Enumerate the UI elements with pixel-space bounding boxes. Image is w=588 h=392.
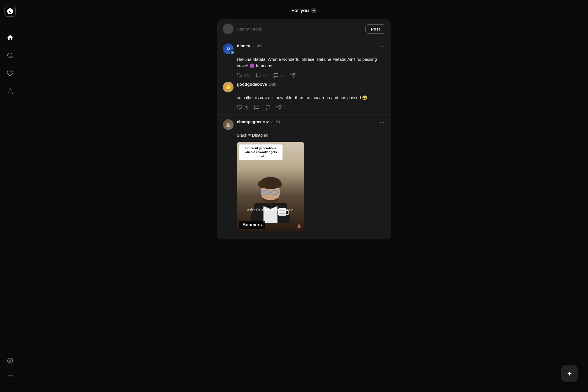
reply-like-btn[interactable]: 70 [237, 104, 248, 110]
sidebar-nav [6, 34, 14, 357]
heart-icon [237, 72, 242, 78]
image-caption-top: Different generations when a coworker ge… [239, 144, 283, 160]
image-boomers-label: Boomers [239, 221, 265, 229]
post-champagnecruz-author-row: champagnecruz ✓ 8h [237, 119, 375, 124]
reply-goodgodabove: 😐 goodgodabove 24m ··· actually this cra… [223, 82, 385, 110]
svg-point-3 [9, 360, 11, 361]
reply-like-count: 70 [244, 105, 248, 109]
post-champagnecruz-image-container: Different generations when a coworker ge… [223, 142, 385, 231]
disney-avatar-badge: + [230, 50, 235, 55]
sidebar-item-activity[interactable] [6, 69, 14, 77]
image-mute-icon[interactable]: 🔇 [297, 224, 301, 228]
feed-container: Start a thread... Post D + disney ✓ 49m … [217, 19, 391, 239]
post-disney-content: Hakuna Matata! What a wonderful phrase! … [223, 56, 385, 69]
reply-goodgodabove-meta: goodgodabove 24m [237, 82, 375, 87]
comment-icon [256, 72, 262, 78]
sidebar-item-menu[interactable] [6, 373, 14, 381]
post-disney: D + disney ✓ 49m ··· Hakuna Matata! What… [217, 39, 391, 115]
champagnecruz-verified-icon: ✓ [270, 119, 274, 124]
page-header: For you [20, 6, 588, 19]
post-champagnecruz-image[interactable]: Different generations when a coworker ge… [237, 142, 304, 231]
post-disney-more[interactable]: ··· [378, 43, 385, 49]
post-champagnecruz-time: 8h [276, 119, 280, 124]
post-champagnecruz-meta: champagnecruz ✓ 8h [237, 119, 375, 124]
sidebar-item-search[interactable] [6, 52, 14, 59]
disney-like-count: 232 [244, 73, 250, 77]
sidebar-item-pin[interactable] [6, 357, 14, 365]
post-champagnecruz: champagnecruz ✓ 8h ··· Slack = Disabled … [217, 115, 391, 240]
sidebar-item-home[interactable] [6, 34, 14, 41]
disney-comment-count: 27 [263, 73, 267, 77]
post-champagnecruz-more[interactable]: ··· [378, 119, 385, 125]
post-champagnecruz-author: champagnecruz [237, 119, 269, 124]
post-disney-actions: 232 27 12 [223, 72, 385, 78]
reply-goodgodabove-time: 24m [269, 82, 276, 87]
reply-comment-btn[interactable] [254, 104, 260, 110]
reply-goodgodabove-author: goodgodabove [237, 82, 267, 87]
disney-share-btn[interactable] [290, 72, 296, 78]
post-champagnecruz-content: Slack = Disabled [223, 132, 385, 139]
reply-goodgodabove-content: actually this craze is now older than th… [223, 95, 385, 101]
post-champagnecruz-header: champagnecruz ✓ 8h ··· [223, 119, 385, 130]
svg-line-1 [11, 57, 13, 58]
post-button[interactable]: Post [365, 24, 385, 34]
comment-icon [254, 104, 260, 110]
sidebar [0, 0, 20, 392]
current-user-avatar [223, 24, 234, 34]
post-disney-author-row: disney ✓ 49m [237, 43, 375, 48]
reply-goodgodabove-more[interactable]: ··· [378, 82, 385, 87]
svg-point-0 [8, 53, 12, 57]
share-icon [290, 72, 296, 78]
feed-selector-button[interactable]: For you [291, 8, 317, 13]
disney-comment-btn[interactable]: 27 [256, 72, 267, 78]
thread-input[interactable]: Start a thread... [237, 27, 362, 31]
sidebar-bottom [6, 357, 14, 386]
disney-repost-btn[interactable]: 12 [273, 72, 284, 78]
person-silhouette [245, 167, 296, 223]
reply-goodgodabove-actions: 70 [223, 104, 385, 110]
post-disney-time: 49m [257, 44, 265, 48]
reply-repost-btn[interactable] [265, 104, 271, 110]
champagnecruz-avatar-wrapper [223, 119, 234, 130]
svg-point-10 [227, 123, 229, 125]
reply-share-btn[interactable] [276, 104, 282, 110]
image-subtitle: yeah we've already made our decision [240, 208, 301, 211]
disney-repost-count: 12 [280, 73, 284, 77]
disney-avatar-wrapper: D + [223, 43, 234, 54]
post-disney-author: disney [237, 43, 250, 48]
post-disney-meta: disney ✓ 49m [237, 43, 375, 48]
feed-title: For you [291, 8, 309, 13]
svg-point-20 [275, 181, 282, 188]
create-post-fab[interactable]: + [561, 365, 578, 382]
post-disney-header: D + disney ✓ 49m ··· [223, 43, 385, 54]
disney-like-btn[interactable]: 232 [237, 72, 250, 78]
new-thread-bar: Start a thread... Post [217, 19, 391, 39]
repost-icon [265, 104, 271, 110]
goodgodabove-avatar: 😐 [223, 82, 234, 92]
disney-verified-icon: ✓ [252, 44, 255, 48]
share-icon [276, 104, 282, 110]
reply-goodgodabove-author-row: goodgodabove 24m [237, 82, 375, 87]
repost-icon [273, 72, 279, 78]
sidebar-item-profile[interactable] [6, 87, 14, 95]
heart-icon [237, 104, 242, 110]
feed-dropdown-icon [311, 8, 317, 13]
svg-point-2 [9, 89, 11, 91]
reply-goodgodabove-header: 😐 goodgodabove 24m ··· [223, 82, 385, 92]
champagnecruz-avatar [223, 119, 234, 130]
threads-logo[interactable] [4, 6, 16, 17]
main-content: For you Start a thread... Post D + [20, 0, 588, 392]
